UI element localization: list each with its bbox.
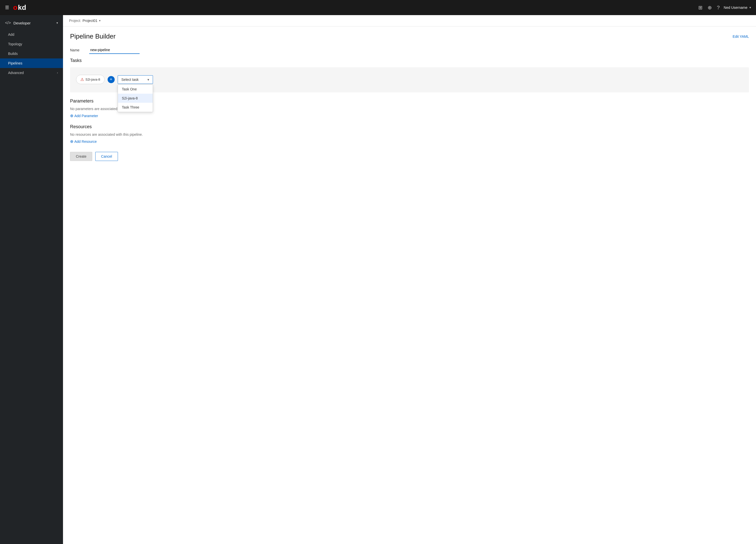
name-input[interactable] xyxy=(89,46,140,54)
sidebar-item-advanced[interactable]: Advanced › xyxy=(0,68,63,78)
perspective-label: Developer xyxy=(13,21,30,25)
dropdown-item-task-one[interactable]: Task One xyxy=(118,85,153,94)
project-caret-icon[interactable]: ▾ xyxy=(99,19,101,22)
user-menu-caret-icon: ▾ xyxy=(749,6,751,9)
edit-yaml-link[interactable]: Edit YAML xyxy=(733,35,749,39)
add-resource-icon: ⊕ xyxy=(70,139,73,144)
add-resource-label: Add Resource xyxy=(74,140,97,144)
create-button[interactable]: Create xyxy=(70,152,92,161)
task-node-s2i: ⚠ S2i-java-8 xyxy=(76,75,105,84)
user-name: Ned Username xyxy=(724,6,747,10)
task-row: ⚠ S2i-java-8 + Select task ▾ xyxy=(76,75,743,84)
parameters-section: Parameters No parameters are associated … xyxy=(70,99,749,118)
brand-logo: o kd xyxy=(13,4,26,12)
resources-empty-text: No resources are associated with this pi… xyxy=(70,133,749,137)
add-icon[interactable]: ⊕ xyxy=(708,5,712,11)
task-dropdown-menu: Task One S2i-java-8 Task Three xyxy=(118,84,153,112)
parameters-empty-text: No parameters are associated with this p… xyxy=(70,107,749,111)
select-task-button[interactable]: Select task ▾ xyxy=(118,75,153,84)
add-parameter-link[interactable]: ⊕ Add Parameter xyxy=(70,113,749,118)
select-task-label: Select task xyxy=(121,78,139,82)
name-label: Name xyxy=(70,48,85,52)
add-resource-link[interactable]: ⊕ Add Resource xyxy=(70,139,749,144)
project-name: Project01 xyxy=(82,19,97,23)
code-icon: </> xyxy=(5,21,11,25)
sidebar-item-pipelines[interactable]: Pipelines xyxy=(0,58,63,68)
hamburger-menu-icon[interactable]: ☰ xyxy=(5,5,9,10)
project-label: Project: xyxy=(69,19,81,23)
sidebar-item-topology[interactable]: Topology xyxy=(0,39,63,49)
sidebar-item-builds[interactable]: Builds xyxy=(0,49,63,58)
select-task-caret-icon: ▾ xyxy=(147,78,149,82)
task-add-button[interactable]: + xyxy=(108,76,115,83)
tasks-section: Tasks ⚠ S2i-java-8 + Select task ▾ xyxy=(70,58,749,92)
main-content: Project: Project01 ▾ Pipeline Builder Ed… xyxy=(63,15,756,544)
brand-o: o xyxy=(13,4,17,12)
sidebar-nav: Add Topology Builds Pipelines Advanced › xyxy=(0,30,63,78)
resources-section-title: Resources xyxy=(70,124,749,130)
task-error-icon: ⚠ xyxy=(80,77,84,82)
resources-section: Resources No resources are associated wi… xyxy=(70,124,749,144)
add-parameter-icon: ⊕ xyxy=(70,113,73,118)
brand-kd: kd xyxy=(18,4,26,12)
perspective-caret-icon: ▾ xyxy=(56,21,58,25)
parameters-section-title: Parameters xyxy=(70,99,749,104)
add-parameter-label: Add Parameter xyxy=(74,114,98,118)
cancel-button[interactable]: Cancel xyxy=(95,152,118,161)
task-node-label: S2i-java-8 xyxy=(85,78,100,81)
page-title: Pipeline Builder xyxy=(70,33,116,40)
grid-icon[interactable]: ⊞ xyxy=(698,5,703,11)
project-bar: Project: Project01 ▾ xyxy=(63,15,756,26)
advanced-chevron-icon: › xyxy=(57,71,58,75)
page-header: Pipeline Builder Edit YAML xyxy=(70,33,749,40)
perspective-switcher[interactable]: </> Developer ▾ xyxy=(0,18,63,28)
tasks-area: ⚠ S2i-java-8 + Select task ▾ xyxy=(70,67,749,92)
sidebar: </> Developer ▾ Add Topology Builds Pipe… xyxy=(0,15,63,544)
sidebar-item-add[interactable]: Add xyxy=(0,30,63,39)
dropdown-item-s2i-java-8[interactable]: S2i-java-8 xyxy=(118,94,153,103)
tasks-section-title: Tasks xyxy=(70,58,749,63)
help-icon[interactable]: ? xyxy=(717,5,720,11)
user-menu[interactable]: Ned Username ▾ xyxy=(724,6,751,10)
page-content: Pipeline Builder Edit YAML Name Tasks ⚠ … xyxy=(63,26,756,167)
select-task-wrapper: Select task ▾ Task One S2i-java-8 xyxy=(118,75,153,84)
name-form-row: Name xyxy=(70,46,749,54)
top-navigation: ☰ o kd ⊞ ⊕ ? Ned Username ▾ xyxy=(0,0,756,15)
action-buttons: Create Cancel xyxy=(70,152,749,161)
dropdown-item-task-three[interactable]: Task Three xyxy=(118,103,153,112)
topnav-icons: ⊞ ⊕ ? xyxy=(698,5,720,11)
